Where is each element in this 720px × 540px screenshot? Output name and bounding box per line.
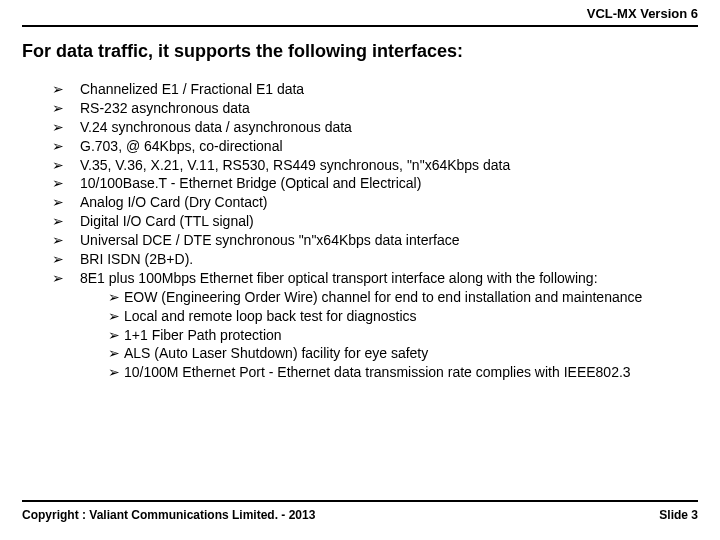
- list-text: Universal DCE / DTE synchronous "n"x64Kb…: [80, 231, 698, 250]
- list-item: ➢RS-232 asynchronous data: [52, 99, 698, 118]
- sub-list-item: ➢ALS (Auto Laser Shutdown) facility for …: [108, 344, 698, 363]
- list-text: 10/100Base.T - Ethernet Bridge (Optical …: [80, 174, 698, 193]
- list-text: RS-232 asynchronous data: [80, 99, 698, 118]
- slide-footer: Copyright : Valiant Communications Limit…: [22, 500, 698, 522]
- list-item: ➢G.703, @ 64Kbps, co-directional: [52, 137, 698, 156]
- bullet-icon: ➢: [108, 288, 124, 307]
- copyright-text: Copyright : Valiant Communications Limit…: [22, 508, 315, 522]
- list-text: ALS (Auto Laser Shutdown) facility for e…: [124, 344, 698, 363]
- bullet-icon: ➢: [52, 80, 80, 99]
- slide-number: Slide 3: [659, 508, 698, 522]
- slide-header: VCL-MX Version 6: [22, 0, 698, 27]
- slide-title: For data traffic, it supports the follow…: [22, 41, 698, 62]
- list-item: ➢BRI ISDN (2B+D).: [52, 250, 698, 269]
- bullet-icon: ➢: [52, 231, 80, 250]
- bullet-icon: ➢: [108, 363, 124, 382]
- list-item: ➢10/100Base.T - Ethernet Bridge (Optical…: [52, 174, 698, 193]
- bullet-icon: ➢: [52, 193, 80, 212]
- list-item: ➢Digital I/O Card (TTL signal): [52, 212, 698, 231]
- main-list: ➢Channelized E1 / Fractional E1 data ➢RS…: [52, 80, 698, 382]
- list-text: G.703, @ 64Kbps, co-directional: [80, 137, 698, 156]
- sub-list: ➢EOW (Engineering Order Wire) channel fo…: [108, 288, 698, 382]
- list-item: ➢V.35, V.36, X.21, V.11, RS530, RS449 sy…: [52, 156, 698, 175]
- list-text: BRI ISDN (2B+D).: [80, 250, 698, 269]
- list-item: ➢Channelized E1 / Fractional E1 data: [52, 80, 698, 99]
- list-text: Analog I/O Card (Dry Contact): [80, 193, 698, 212]
- list-text: V.24 synchronous data / asynchronous dat…: [80, 118, 698, 137]
- list-item: ➢Analog I/O Card (Dry Contact): [52, 193, 698, 212]
- bullet-icon: ➢: [52, 250, 80, 269]
- list-text: 1+1 Fiber Path protection: [124, 326, 698, 345]
- list-item: ➢V.24 synchronous data / asynchronous da…: [52, 118, 698, 137]
- bullet-icon: ➢: [52, 118, 80, 137]
- sub-list-item: ➢Local and remote loop back test for dia…: [108, 307, 698, 326]
- list-text: Digital I/O Card (TTL signal): [80, 212, 698, 231]
- bullet-icon: ➢: [52, 212, 80, 231]
- sub-list-item: ➢10/100M Ethernet Port - Ethernet data t…: [108, 363, 698, 382]
- list-text: Local and remote loop back test for diag…: [124, 307, 698, 326]
- list-text: 10/100M Ethernet Port - Ethernet data tr…: [124, 363, 698, 382]
- bullet-icon: ➢: [52, 99, 80, 118]
- bullet-icon: ➢: [108, 326, 124, 345]
- slide: VCL-MX Version 6 For data traffic, it su…: [0, 0, 720, 540]
- list-text: V.35, V.36, X.21, V.11, RS530, RS449 syn…: [80, 156, 698, 175]
- bullet-icon: ➢: [52, 156, 80, 175]
- product-name: VCL-MX Version 6: [587, 6, 698, 21]
- bullet-icon: ➢: [52, 137, 80, 156]
- list-text: EOW (Engineering Order Wire) channel for…: [124, 288, 698, 307]
- sub-list-item: ➢EOW (Engineering Order Wire) channel fo…: [108, 288, 698, 307]
- bullet-icon: ➢: [108, 344, 124, 363]
- bullet-icon: ➢: [52, 174, 80, 193]
- bullet-icon: ➢: [52, 269, 80, 288]
- list-item: ➢8E1 plus 100Mbps Ethernet fiber optical…: [52, 269, 698, 288]
- sub-list-item: ➢1+1 Fiber Path protection: [108, 326, 698, 345]
- list-text: Channelized E1 / Fractional E1 data: [80, 80, 698, 99]
- list-item: ➢Universal DCE / DTE synchronous "n"x64K…: [52, 231, 698, 250]
- list-text: 8E1 plus 100Mbps Ethernet fiber optical …: [80, 269, 698, 288]
- bullet-icon: ➢: [108, 307, 124, 326]
